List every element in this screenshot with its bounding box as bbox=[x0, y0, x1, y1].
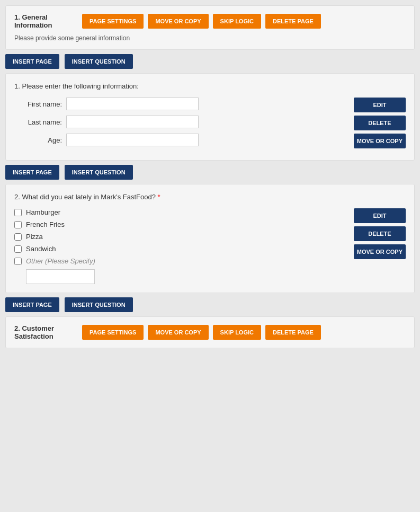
checkbox-frenchfries: French Fries bbox=[14, 220, 343, 228]
page1-skip-logic-button[interactable]: SKIP LOGIC bbox=[213, 14, 261, 29]
field-label-lastname: Last name: bbox=[14, 118, 62, 126]
checkbox-pizza: Pizza bbox=[14, 233, 343, 241]
question-1-actions: EDIT DELETE MOVE OR COPY bbox=[354, 98, 406, 148]
question-2-move-button[interactable]: MOVE OR COPY bbox=[354, 244, 406, 259]
insert-question-button-3[interactable]: INSERT QUESTION bbox=[65, 297, 133, 312]
field-row-age: Age: bbox=[14, 134, 343, 146]
page1-title: 1. General Information bbox=[14, 13, 78, 29]
checkbox-sandwich: Sandwich bbox=[14, 245, 343, 253]
insert-row-3: INSERT PAGE INSERT QUESTION bbox=[5, 297, 415, 312]
field-input-age[interactable] bbox=[66, 134, 199, 146]
page2-delete-page-button[interactable]: DELETE PAGE bbox=[265, 325, 321, 340]
specify-box bbox=[26, 269, 343, 284]
checkbox-other-label: Other (Please Specify) bbox=[26, 257, 95, 265]
question-1-edit-button[interactable]: EDIT bbox=[354, 98, 406, 112]
question-2-edit-button[interactable]: EDIT bbox=[354, 208, 406, 223]
checkbox-sandwich-input[interactable] bbox=[14, 245, 22, 253]
question-2-number: 2. bbox=[14, 193, 22, 201]
question-2-section: 2. What did you eat lately in Mark's Fas… bbox=[5, 184, 415, 293]
field-input-firstname[interactable] bbox=[66, 98, 199, 110]
checkbox-frenchfries-label: French Fries bbox=[26, 220, 65, 228]
specify-input[interactable] bbox=[26, 269, 95, 284]
field-row-lastname: Last name: bbox=[14, 116, 343, 128]
question-1-section: 1. Please enter the following informatio… bbox=[5, 73, 415, 161]
checkbox-sandwich-label: Sandwich bbox=[26, 245, 56, 253]
question-1-number: 1. bbox=[14, 82, 22, 90]
insert-page-button-3[interactable]: INSERT PAGE bbox=[5, 297, 59, 312]
page2-move-or-copy-button[interactable]: MOVE OR COPY bbox=[148, 325, 208, 340]
page2-skip-logic-button[interactable]: SKIP LOGIC bbox=[213, 325, 261, 340]
field-label-age: Age: bbox=[14, 136, 62, 144]
question-2-actions: EDIT DELETE MOVE OR COPY bbox=[354, 208, 406, 259]
insert-row-2: INSERT PAGE INSERT QUESTION bbox=[5, 165, 415, 180]
checkbox-pizza-input[interactable] bbox=[14, 233, 22, 241]
checkbox-hamburger-label: Hamburger bbox=[26, 208, 60, 216]
insert-question-button-1[interactable]: INSERT QUESTION bbox=[65, 54, 133, 69]
insert-question-button-2[interactable]: INSERT QUESTION bbox=[65, 165, 133, 180]
question-2-checkboxes: Hamburger French Fries Pizza Sandwich Ot… bbox=[14, 208, 343, 284]
field-label-firstname: First name: bbox=[14, 100, 62, 108]
question-1-fields: First name: Last name: Age: bbox=[14, 98, 343, 152]
question-1-content: First name: Last name: Age: EDIT DELETE … bbox=[14, 98, 406, 152]
page1-description: Please provide some general information bbox=[14, 34, 406, 42]
field-row-firstname: First name: bbox=[14, 98, 343, 110]
question-2-label: 2. What did you eat lately in Mark's Fas… bbox=[14, 193, 406, 201]
checkbox-pizza-label: Pizza bbox=[26, 233, 43, 241]
question-2-content: Hamburger French Fries Pizza Sandwich Ot… bbox=[14, 208, 406, 284]
checkbox-other-input[interactable] bbox=[14, 258, 22, 265]
checkbox-other: Other (Please Specify) bbox=[14, 257, 343, 265]
question-2-delete-button[interactable]: DELETE bbox=[354, 226, 406, 241]
checkbox-hamburger-input[interactable] bbox=[14, 209, 22, 216]
checkbox-frenchfries-input[interactable] bbox=[14, 221, 22, 228]
field-input-lastname[interactable] bbox=[66, 116, 199, 128]
page2-page-settings-button[interactable]: PAGE SETTINGS bbox=[82, 325, 144, 340]
page1-header: 1. General Information PAGE SETTINGS MOV… bbox=[5, 5, 415, 50]
insert-page-button-1[interactable]: INSERT PAGE bbox=[5, 54, 59, 69]
page2-header: 2. Customer Satisfaction PAGE SETTINGS M… bbox=[5, 316, 415, 348]
question-1-delete-button[interactable]: DELETE bbox=[354, 116, 406, 130]
insert-row-1: INSERT PAGE INSERT QUESTION bbox=[5, 54, 415, 69]
insert-page-button-2[interactable]: INSERT PAGE bbox=[5, 165, 59, 180]
question-1-label: 1. Please enter the following informatio… bbox=[14, 82, 406, 90]
page1-move-or-copy-button[interactable]: MOVE OR COPY bbox=[148, 14, 208, 29]
page1-page-settings-button[interactable]: PAGE SETTINGS bbox=[82, 14, 144, 29]
page2-title: 2. Customer Satisfaction bbox=[14, 324, 78, 340]
required-star: * bbox=[156, 193, 160, 201]
question-1-move-button[interactable]: MOVE OR COPY bbox=[354, 134, 406, 148]
checkbox-hamburger: Hamburger bbox=[14, 208, 343, 216]
page1-delete-page-button[interactable]: DELETE PAGE bbox=[265, 14, 321, 29]
